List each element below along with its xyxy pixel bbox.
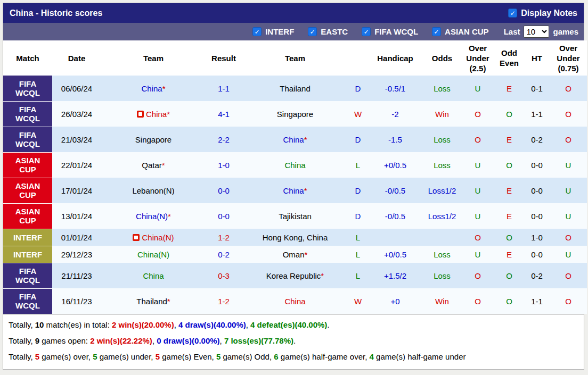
match-result[interactable]: 1-1 bbox=[218, 84, 230, 93]
odd-even-cell: O bbox=[494, 101, 524, 127]
last-games-select[interactable]: 10 bbox=[524, 26, 549, 38]
home-team[interactable]: China(N)* bbox=[136, 212, 171, 221]
away-team[interactable]: Hong Kong, China bbox=[263, 233, 328, 242]
odds-result-cell: Loss bbox=[423, 152, 461, 178]
match-result[interactable]: 0-0 bbox=[218, 212, 230, 221]
odds-result-cell: Loss bbox=[423, 127, 461, 152]
handicap-value-cell: -0/0.5 bbox=[368, 178, 423, 203]
odds-result-cell: Loss bbox=[423, 263, 461, 288]
over-under-25-cell: U bbox=[461, 76, 494, 101]
star-marker: * bbox=[321, 271, 324, 280]
summary-segment: 4 draw(s)(40.00%) bbox=[178, 320, 246, 329]
away-team-cell: Tajikistan bbox=[242, 203, 348, 229]
home-team[interactable]: Lebanon(N) bbox=[132, 186, 174, 195]
filter-checkbox[interactable]: ✓ bbox=[308, 27, 317, 36]
filter-checkbox[interactable]: ✓ bbox=[252, 27, 262, 36]
half-time-score-cell: 1-1 bbox=[524, 101, 550, 127]
home-team[interactable]: China(N) bbox=[133, 233, 174, 242]
over-under-25: U bbox=[475, 186, 481, 195]
summary-segment: 9 bbox=[35, 336, 39, 345]
column-header-odd-even: Odd Even bbox=[494, 40, 524, 76]
away-team[interactable]: Korea Republic* bbox=[266, 271, 324, 280]
match-row-10: FIFA WCQL16/11/23Thailand*1-2ChinaW+0Win… bbox=[3, 288, 587, 314]
handicap-value: +1.5/2 bbox=[384, 271, 406, 280]
summary-segment: game(s) over, bbox=[39, 352, 93, 361]
outcome-letter: L bbox=[356, 271, 360, 280]
home-team[interactable]: China bbox=[143, 271, 164, 280]
match-result-cell: 4-1 bbox=[206, 101, 242, 127]
outcome-letter-cell: D bbox=[348, 178, 368, 203]
over-under-25-cell: O bbox=[461, 263, 494, 288]
historic-scores-panel: China - Historic scores ✓ Display Notes … bbox=[3, 3, 584, 370]
match-result[interactable]: 0-3 bbox=[218, 271, 230, 280]
summary-segment: 6 bbox=[274, 352, 278, 361]
handicap-value: -0/0.5 bbox=[385, 186, 405, 195]
home-team[interactable]: China* bbox=[141, 84, 165, 93]
half-time-score: 0-0 bbox=[531, 161, 543, 170]
away-team-cell: Singapore bbox=[242, 101, 348, 127]
home-team[interactable]: Qatar* bbox=[142, 161, 165, 170]
away-team[interactable]: China* bbox=[283, 135, 307, 144]
half-time-score-cell: 0-1 bbox=[524, 76, 550, 101]
column-header-over-under-0-75: Over Under (0.75) bbox=[550, 40, 587, 76]
filter-checkbox[interactable]: ✓ bbox=[432, 27, 441, 36]
half-time-score-cell: 0-0 bbox=[524, 203, 550, 229]
historic-scores-table: MatchDateTeamResultTeamHandicapOddsOver … bbox=[3, 40, 587, 314]
odd-even: O bbox=[506, 297, 512, 306]
competition-label: ASIAN CUP bbox=[3, 178, 52, 203]
half-time-score: 0-2 bbox=[531, 271, 543, 280]
home-team[interactable]: China* bbox=[137, 110, 170, 119]
match-result[interactable]: 4-1 bbox=[218, 110, 230, 119]
home-team-name: China(N) bbox=[136, 212, 168, 221]
over-under-25: O bbox=[475, 297, 481, 306]
handicap-value-cell: +1.5/2 bbox=[368, 263, 423, 288]
handicap-value: -0.5/1 bbox=[385, 84, 405, 93]
summary-segment: 2 win(s)(20.00%) bbox=[112, 320, 174, 329]
away-team[interactable]: China* bbox=[283, 186, 307, 195]
away-team[interactable]: Thailand bbox=[280, 84, 311, 93]
display-notes-toggle: ✓ Display Notes bbox=[508, 9, 577, 18]
home-team[interactable]: Singapore bbox=[135, 135, 172, 144]
column-header-match: Match bbox=[3, 40, 52, 76]
handicap-value-cell: +0 bbox=[368, 288, 423, 314]
home-team[interactable]: China(N) bbox=[137, 250, 169, 259]
away-team[interactable]: Tajikistan bbox=[279, 212, 312, 221]
over-under-075: O bbox=[565, 271, 571, 280]
odds-result: Loss bbox=[434, 250, 451, 259]
over-under-25-cell: U bbox=[461, 203, 494, 229]
filter-label: INTERF bbox=[265, 27, 294, 36]
match-result[interactable]: 2-2 bbox=[218, 135, 230, 144]
filter-checkbox[interactable]: ✓ bbox=[362, 27, 371, 36]
red-badge-icon bbox=[137, 111, 144, 118]
away-team-cell: Thailand bbox=[242, 76, 348, 101]
away-team-cell: China bbox=[242, 288, 348, 314]
home-team[interactable]: Thailand* bbox=[136, 297, 170, 306]
over-under-075-cell: U bbox=[550, 203, 587, 229]
match-result[interactable]: 1-2 bbox=[218, 297, 230, 306]
over-under-075: O bbox=[565, 84, 571, 93]
over-under-25-cell: U bbox=[461, 178, 494, 203]
display-notes-checkbox[interactable]: ✓ bbox=[508, 9, 517, 18]
handicap-value: +0/0.5 bbox=[384, 250, 406, 259]
away-team[interactable]: China bbox=[284, 297, 305, 306]
away-team[interactable]: China bbox=[284, 161, 305, 170]
summary-segment: match(es) in total: bbox=[44, 320, 112, 329]
away-team[interactable]: Oman* bbox=[283, 250, 308, 259]
match-result[interactable]: 1-0 bbox=[218, 161, 230, 170]
outcome-letter: D bbox=[355, 84, 361, 93]
odd-even-cell: E bbox=[494, 246, 524, 263]
summary-section: Totally, 10 match(es) in total: 2 win(s)… bbox=[3, 314, 584, 369]
match-result[interactable]: 1-2 bbox=[218, 233, 230, 242]
summary-segment: game(s) under, bbox=[97, 352, 155, 361]
last-label: Last bbox=[504, 27, 520, 36]
away-team-name: China bbox=[283, 135, 304, 144]
odds-result-cell: Loss bbox=[423, 76, 461, 101]
over-under-075-cell: O bbox=[550, 76, 587, 101]
over-under-25: O bbox=[475, 233, 481, 242]
over-under-075: O bbox=[565, 297, 571, 306]
column-header-team-away: Team bbox=[242, 40, 348, 76]
odd-even-cell: E bbox=[494, 76, 524, 101]
match-result[interactable]: 0-0 bbox=[218, 186, 230, 195]
away-team[interactable]: Singapore bbox=[277, 110, 313, 119]
match-result[interactable]: 0-2 bbox=[218, 250, 230, 259]
